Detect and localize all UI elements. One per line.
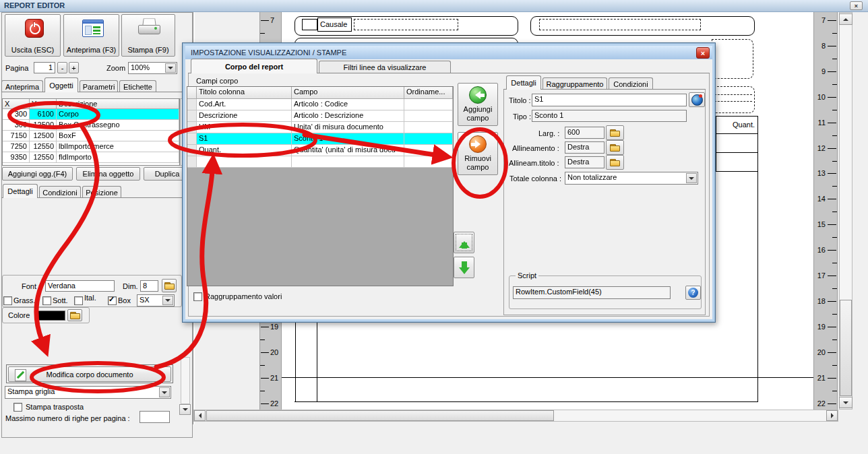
preview-button[interactable]: Anteprima (F3) — [63, 14, 119, 57]
delete-object-button[interactable]: Elimina oggetto — [76, 167, 140, 181]
table-cell[interactable]: fldImporto — [57, 152, 179, 163]
modify-body-button[interactable]: Modifica corpo documento — [8, 366, 171, 382]
table-cell[interactable]: Quant. — [197, 145, 292, 156]
move-down-button[interactable] — [454, 257, 474, 278]
color-swatch[interactable] — [37, 311, 65, 321]
totale-colonna-select[interactable]: Non totalizzare — [565, 172, 698, 185]
table-cell[interactable]: lblImporto merce — [57, 141, 179, 152]
dialog-tab-dettagli[interactable]: Dettagli — [506, 75, 541, 90]
table-cell[interactable] — [187, 145, 197, 156]
tab-anteprima[interactable]: Anteprima — [1, 80, 43, 92]
tab-parametri[interactable]: Parametri — [80, 80, 118, 92]
add-object-button[interactable]: Aggiungi ogg.(F4) — [2, 167, 73, 181]
tab-etichette[interactable]: Etichette — [119, 80, 156, 92]
table-cell[interactable]: 9350 — [3, 152, 30, 163]
vertical-scroll-thumb[interactable] — [840, 300, 852, 396]
tab-oggetti[interactable]: Oggetti — [44, 77, 78, 92]
table-cell[interactable]: 12550 — [30, 141, 57, 152]
align-dropdown-icon[interactable] — [162, 296, 173, 305]
table-cell[interactable]: Cod.Art. — [197, 99, 292, 110]
tab-dettagli[interactable]: Dettagli — [3, 184, 38, 198]
panel-scroll-down-button[interactable] — [179, 404, 191, 415]
table-cell[interactable]: Descrizione — [197, 110, 292, 122]
tab-corpo-report[interactable]: Corpo del report — [191, 59, 317, 73]
table-cell[interactable] — [404, 156, 453, 168]
page-number-input[interactable]: 1 — [34, 62, 55, 73]
table-cell[interactable] — [197, 156, 292, 168]
allineam-titolo-input[interactable]: Destra — [565, 156, 604, 168]
tab-filtri-linee[interactable]: Filtri linee da visualizzare — [319, 61, 451, 73]
table-cell[interactable] — [187, 110, 197, 122]
grid-header-campo[interactable]: Campo — [292, 87, 404, 99]
table-cell[interactable]: Corpo — [57, 109, 179, 120]
dialog-tab-raggruppamento[interactable]: Raggruppamento — [542, 77, 607, 90]
table-cell[interactable]: 12500 — [30, 131, 57, 141]
grid-dropdown-icon[interactable] — [159, 387, 170, 397]
table-cell[interactable]: 7250 — [3, 141, 30, 152]
allineam-titolo-folder-button[interactable] — [606, 155, 624, 170]
exit-button[interactable]: Uscita (ESC) — [5, 14, 61, 57]
larg-folder-button[interactable] — [606, 125, 624, 140]
col-header-y[interactable]: Y — [30, 99, 57, 109]
table-cell[interactable]: Unita' di misura documento — [292, 122, 404, 133]
table-cell[interactable] — [404, 145, 453, 156]
table-cell[interactable]: Box Contrassegno — [57, 120, 179, 131]
table-cell[interactable]: UM — [197, 122, 292, 133]
print-button[interactable]: Stampa (F9) — [121, 14, 175, 57]
table-cell[interactable] — [292, 156, 404, 168]
table-cell[interactable]: Articolo : Codice — [292, 99, 404, 110]
page-plus-button[interactable]: + — [69, 62, 79, 73]
table-cell[interactable]: Articolo : Descrizione — [292, 110, 404, 122]
tab-condizioni[interactable]: Condizioni — [39, 186, 81, 198]
table-cell[interactable] — [404, 99, 453, 110]
table-cell[interactable]: BoxF — [57, 131, 179, 141]
underline-checkbox[interactable] — [42, 296, 51, 305]
scroll-left-button[interactable] — [194, 410, 206, 421]
panel-scrollbar[interactable] — [181, 357, 190, 404]
titolo-input[interactable]: S1 — [532, 94, 687, 106]
color-folder-button[interactable] — [67, 309, 82, 321]
scroll-down-button[interactable] — [839, 397, 852, 408]
tab-posizione[interactable]: Posizione — [82, 186, 121, 198]
scroll-right-button[interactable] — [826, 410, 838, 421]
grid-header-ordinamento[interactable]: Ordiname... — [404, 87, 453, 99]
allineamento-folder-button[interactable] — [606, 140, 624, 155]
max-rows-input[interactable] — [140, 411, 170, 423]
table-cell[interactable] — [187, 156, 197, 168]
table-cell[interactable]: Quantita' (unita' di misura docu — [292, 145, 404, 156]
dialog-tab-condizioni[interactable]: Condizioni — [609, 77, 653, 90]
grid-print-select[interactable]: Stampa griglia — [5, 386, 171, 399]
box-checkbox[interactable]: ✓ — [108, 296, 117, 305]
font-folder-button[interactable] — [162, 279, 177, 292]
table-cell[interactable]: S1 — [197, 133, 292, 145]
col-header-desc[interactable]: Descrizione — [57, 99, 179, 109]
table-cell[interactable] — [187, 122, 197, 133]
translate-button[interactable] — [689, 92, 705, 107]
totale-dropdown-icon[interactable] — [686, 173, 697, 183]
table-cell[interactable] — [187, 99, 197, 110]
bold-checkbox[interactable] — [3, 296, 12, 305]
italic-checkbox[interactable] — [74, 296, 83, 305]
table-cell[interactable]: 300 — [3, 120, 30, 131]
table-cell[interactable]: 7150 — [3, 131, 30, 141]
page-minus-button[interactable]: - — [57, 62, 67, 73]
transposed-checkbox[interactable] — [13, 403, 22, 412]
larg-input[interactable]: 600 — [565, 127, 604, 139]
table-cell[interactable] — [404, 110, 453, 122]
table-cell[interactable]: 300 — [3, 109, 30, 120]
add-field-button[interactable]: Aggiungi campo — [458, 83, 498, 126]
font-input[interactable]: Verdana — [45, 280, 115, 292]
table-cell[interactable]: Sconto 1 — [292, 133, 404, 145]
zoom-dropdown-icon[interactable] — [165, 63, 176, 73]
col-header-x[interactable]: X — [3, 99, 30, 109]
dim-input[interactable]: 8 — [140, 280, 158, 292]
table-cell[interactable]: 6100 — [30, 109, 57, 120]
table-cell[interactable] — [187, 133, 197, 145]
table-cell[interactable] — [404, 133, 453, 145]
script-input[interactable]: RowItem.CustomField(45) — [513, 286, 671, 299]
remove-field-button[interactable]: Rimuovi campo — [458, 132, 498, 175]
table-cell[interactable]: 12500 — [30, 120, 57, 131]
table-cell[interactable]: 12550 — [30, 152, 57, 163]
move-up-button[interactable] — [454, 232, 474, 253]
align-select[interactable]: SX — [137, 294, 175, 306]
